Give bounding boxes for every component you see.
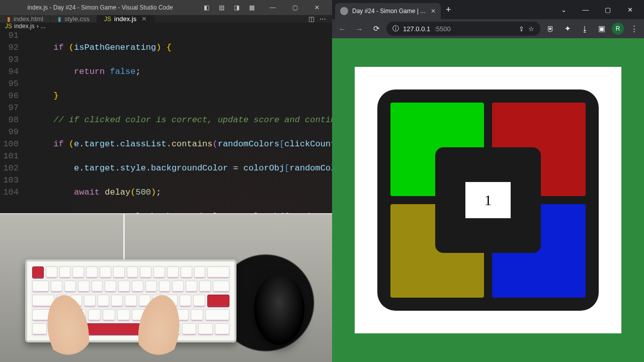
close-button[interactable]: ✕ (619, 0, 641, 19)
tab-close-icon[interactable]: ✕ (431, 8, 436, 15)
breadcrumb-rest: ... (41, 23, 46, 30)
code-content[interactable]: if (isPathGenerating) { return false; } … (23, 30, 332, 213)
center-block: 1 (435, 147, 541, 253)
simon-board: 1 (377, 89, 599, 311)
js-file-icon: JS (5, 23, 12, 30)
minimize-button[interactable]: — (262, 0, 284, 15)
download-icon[interactable]: ⭳ (578, 22, 592, 36)
chevron-down-icon[interactable]: ⌄ (552, 0, 575, 19)
share-icon[interactable]: ⇪ (519, 25, 524, 33)
breadcrumb[interactable]: JS index.js › ... (0, 23, 332, 30)
js-file-icon: JS (104, 16, 111, 23)
reload-button[interactable]: ⟳ (369, 22, 383, 36)
layout-bottom-icon[interactable]: ▤ (215, 4, 227, 11)
css-file-icon: ▮ (58, 16, 61, 23)
address-bar[interactable]: ⓘ 127.0.0.1:5500 ⇪ ☆ (386, 22, 540, 36)
tab-actions: ◫ ⋯ (302, 15, 332, 23)
url-host: 127.0.0.1 (403, 25, 430, 33)
tab-label: index.html (14, 15, 43, 23)
chrome-window: Day #24 - Simon Game | AsmrPro ✕ + ⌄ — ▢… (332, 0, 644, 362)
vscode-window: index.js - Day #24 - Simon Game - Visual… (0, 0, 332, 213)
title-layout-icons: ◧ ▤ ◨ ▦ (200, 4, 258, 11)
window-title: index.js - Day #24 - Simon Game - Visual… (4, 4, 196, 11)
left-pane: index.js - Day #24 - Simon Game - Visual… (0, 0, 332, 362)
keyboard-cable (123, 214, 125, 262)
maximize-button[interactable]: ▢ (597, 0, 619, 19)
new-tab-button[interactable]: + (441, 5, 456, 15)
shield-icon[interactable]: ⛨ (543, 22, 557, 36)
code-editor[interactable]: 919293949596979899100101102103104 if (is… (0, 30, 332, 213)
browser-tab[interactable]: Day #24 - Simon Game | AsmrPro ✕ (335, 3, 441, 19)
chrome-tabstrip: Day #24 - Simon Game | AsmrPro ✕ + ⌄ — ▢… (332, 0, 644, 19)
game-container: 1 (355, 67, 621, 333)
menu-icon[interactable]: ⋮ (627, 22, 641, 36)
maximize-button[interactable]: ▢ (284, 0, 306, 15)
vscode-titlebar: index.js - Day #24 - Simon Game - Visual… (0, 0, 332, 15)
url-port: :5500 (434, 25, 451, 33)
chevron-right-icon: › (37, 23, 39, 30)
tab-style-css[interactable]: ▮ style.css (51, 15, 97, 23)
layout-left-icon[interactable]: ◧ (200, 4, 212, 11)
tab-index-js[interactable]: JS index.js ✕ (97, 15, 154, 23)
chrome-toolbar: ← → ⟳ ⓘ 127.0.0.1:5500 ⇪ ☆ ⛨ ✦ ⭳ ▣ R ⋮ (332, 19, 644, 38)
layout-grid-icon[interactable]: ▦ (246, 4, 258, 11)
forward-button[interactable]: → (352, 22, 366, 36)
bookmark-icon[interactable]: ☆ (528, 25, 534, 33)
page-viewport: 1 (332, 38, 644, 362)
extensions-icon[interactable]: ✦ (560, 22, 575, 36)
score-display: 1 (465, 182, 511, 218)
tab-label: style.css (64, 15, 90, 23)
back-button[interactable]: ← (335, 22, 349, 36)
physical-mouse (254, 275, 304, 345)
window-controls: — ▢ ✕ (262, 0, 328, 15)
favicon-icon (340, 7, 348, 15)
site-info-icon[interactable]: ⓘ (392, 24, 399, 33)
close-button[interactable]: ✕ (306, 0, 328, 15)
html-file-icon: ▮ (7, 16, 11, 23)
tab-label: index.js (114, 15, 136, 23)
more-actions-icon[interactable]: ⋯ (319, 15, 326, 23)
webcam-overlay (0, 213, 332, 362)
tab-title: Day #24 - Simon Game | AsmrPro (352, 8, 427, 15)
minimize-button[interactable]: — (575, 0, 597, 19)
breadcrumb-file: index.js (14, 23, 35, 30)
line-gutter: 919293949596979899100101102103104 (0, 30, 23, 213)
editor-tabbar: ▮ index.html ▮ style.css JS index.js ✕ ◫… (0, 15, 332, 23)
layout-right-icon[interactable]: ◨ (230, 4, 243, 11)
profile-avatar[interactable]: R (612, 23, 624, 35)
split-editor-icon[interactable]: ◫ (308, 15, 314, 23)
tab-index-html[interactable]: ▮ index.html (0, 15, 51, 23)
devices-icon[interactable]: ▣ (595, 22, 609, 36)
tab-close-icon[interactable]: ✕ (141, 15, 147, 23)
